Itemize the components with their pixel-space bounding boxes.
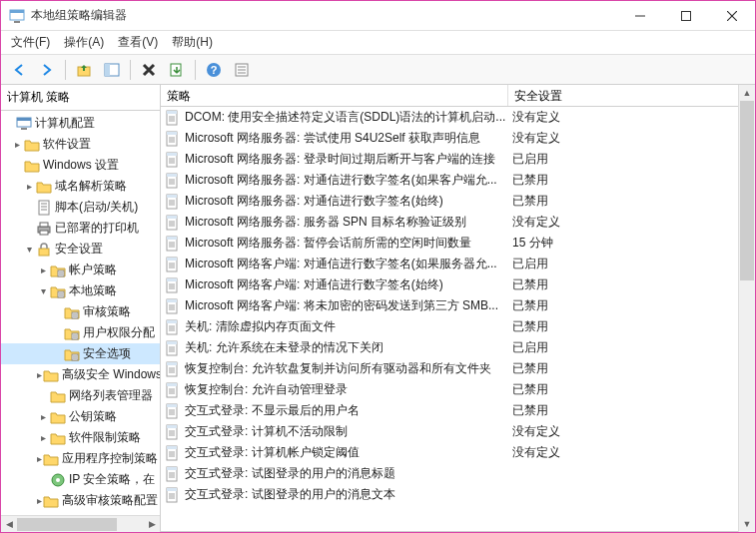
printer-icon <box>36 221 52 237</box>
tree-node[interactable]: 审核策略 <box>1 301 160 322</box>
col-setting[interactable]: 安全设置 <box>508 85 738 106</box>
tree-node[interactable]: ▸公钥策略 <box>1 406 160 427</box>
tree-twisty-icon[interactable]: ▸ <box>37 369 42 380</box>
export-button[interactable] <box>165 58 189 82</box>
menu-action[interactable]: 操作(A) <box>64 34 104 51</box>
tree-twisty-icon[interactable]: ▸ <box>37 453 42 464</box>
policy-name: Microsoft 网络服务器: 服务器 SPN 目标名称验证级别 <box>185 214 508 231</box>
policy-name: Microsoft 网络服务器: 登录时间过期后断开与客户端的连接 <box>185 151 508 168</box>
tree-node[interactable]: ▸帐户策略 <box>1 260 160 280</box>
vertical-scrollbar[interactable]: ▲ ▼ <box>738 85 755 532</box>
policy-row[interactable]: Microsoft 网络服务器: 暂停会话前所需的空闲时间数量15 分钟 <box>161 233 738 254</box>
policy-list[interactable]: DCOM: 使用安全描述符定义语言(SDDL)语法的计算机启动...没有定义Mi… <box>161 107 738 531</box>
tree-twisty-icon[interactable]: ▸ <box>37 411 49 422</box>
tree-node[interactable]: 计算机配置 <box>1 113 160 134</box>
policy-icon <box>165 215 181 231</box>
tree-node-label: 审核策略 <box>83 303 131 320</box>
tree-node[interactable]: ▾本地策略 <box>1 280 160 301</box>
policy-row[interactable]: 关机: 允许系统在未登录的情况下关闭已启用 <box>161 337 738 358</box>
policy-row[interactable]: Microsoft 网络客户端: 将未加密的密码发送到第三方 SMB...已禁用 <box>161 295 738 316</box>
tree-twisty-icon[interactable]: ▸ <box>11 139 23 150</box>
col-policy[interactable]: 策略 <box>161 85 508 106</box>
tree-twisty-icon[interactable]: ▸ <box>23 181 35 192</box>
policy-row[interactable]: 关机: 清除虚拟内存页面文件已禁用 <box>161 316 738 337</box>
minimize-button[interactable] <box>617 1 663 31</box>
policy-row[interactable]: 恢复控制台: 允许软盘复制并访问所有驱动器和所有文件夹已禁用 <box>161 358 738 379</box>
tree-node[interactable]: Windows 设置 <box>1 155 160 176</box>
policy-row[interactable]: Microsoft 网络客户端: 对通信进行数字签名(始终)已禁用 <box>161 274 738 295</box>
up-button[interactable] <box>72 58 96 82</box>
svg-rect-66 <box>167 195 177 198</box>
delete-button[interactable] <box>137 58 161 82</box>
menu-file[interactable]: 文件(F) <box>11 34 50 51</box>
back-button[interactable] <box>7 58 31 82</box>
nav-tree[interactable]: 计算机配置▸软件设置Windows 设置▸域名解析策略脚本(启动/关机)已部署的… <box>1 111 160 515</box>
properties-button[interactable] <box>230 58 254 82</box>
svg-rect-101 <box>167 341 177 344</box>
policy-row[interactable]: 交互式登录: 计算机帐户锁定阈值没有定义 <box>161 442 738 463</box>
policy-row[interactable]: Microsoft 网络客户端: 对通信进行数字签名(如果服务器允...已启用 <box>161 254 738 274</box>
folder-icon <box>24 137 40 153</box>
help-button[interactable]: ? <box>202 58 226 82</box>
show-hide-tree-button[interactable] <box>100 58 124 82</box>
policy-row[interactable]: 交互式登录: 不显示最后的用户名已禁用 <box>161 400 738 421</box>
tree-node[interactable]: ▸高级安全 Windows <box>1 364 160 385</box>
policy-icon <box>165 152 181 168</box>
policy-row[interactable]: 交互式登录: 试图登录的用户的消息文本 <box>161 484 738 505</box>
tree-twisty-icon[interactable]: ▾ <box>37 285 49 296</box>
horizontal-scrollbar[interactable]: ◀ ▶ <box>1 515 160 532</box>
lock-icon <box>36 242 52 258</box>
scroll-track[interactable] <box>17 517 144 532</box>
tree-twisty-icon[interactable]: ▸ <box>37 265 49 275</box>
tree-node[interactable]: ▸应用程序控制策略 <box>1 448 160 469</box>
scroll-thumb[interactable] <box>17 518 117 531</box>
svg-rect-86 <box>167 278 177 281</box>
policy-row[interactable]: 交互式登录: 计算机不活动限制没有定义 <box>161 421 738 442</box>
policy-row[interactable]: 交互式登录: 试图登录的用户的消息标题 <box>161 463 738 484</box>
tree-node[interactable]: ▸软件限制策略 <box>1 427 160 448</box>
policy-row[interactable]: DCOM: 使用安全描述符定义语言(SDDL)语法的计算机启动...没有定义 <box>161 107 738 128</box>
tree-node-label: 软件设置 <box>43 136 91 153</box>
tree-node[interactable]: 网络列表管理器 <box>1 385 160 406</box>
svg-rect-28 <box>58 270 64 276</box>
close-button[interactable] <box>709 1 755 31</box>
right-pane-wrap: 策略 安全设置 DCOM: 使用安全描述符定义语言(SDDL)语法的计算机启动.… <box>161 85 755 532</box>
tree-node[interactable]: ▾安全设置 <box>1 239 160 260</box>
policy-row[interactable]: Microsoft 网络服务器: 对通信进行数字签名(始终)已禁用 <box>161 191 738 212</box>
tree-node[interactable]: 安全选项 <box>1 343 160 364</box>
tree-node[interactable]: 用户权限分配 <box>1 322 160 343</box>
policy-row[interactable]: Microsoft 网络服务器: 尝试使用 S4U2Self 获取声明信息没有定… <box>161 128 738 149</box>
forward-button[interactable] <box>35 58 59 82</box>
policy-row[interactable]: Microsoft 网络服务器: 服务器 SPN 目标名称验证级别没有定义 <box>161 212 738 233</box>
maximize-button[interactable] <box>663 1 709 31</box>
scroll-left-arrow[interactable]: ◀ <box>1 519 17 529</box>
svg-rect-136 <box>167 488 177 491</box>
policy-row[interactable]: Microsoft 网络服务器: 对通信进行数字签名(如果客户端允...已禁用 <box>161 170 738 191</box>
tree-node[interactable]: 已部署的打印机 <box>1 218 160 239</box>
tree-twisty-icon[interactable]: ▸ <box>37 432 49 443</box>
scroll-right-arrow[interactable]: ▶ <box>144 519 160 529</box>
svg-text:?: ? <box>211 64 218 76</box>
right-pane: 策略 安全设置 DCOM: 使用安全描述符定义语言(SDDL)语法的计算机启动.… <box>161 85 738 532</box>
scroll-up-arrow[interactable]: ▲ <box>739 85 755 101</box>
tree-node[interactable]: 脚本(启动/关机) <box>1 197 160 218</box>
tree-node[interactable]: ▸高级审核策略配置 <box>1 490 160 511</box>
policy-value: 已启用 <box>508 151 738 168</box>
policy-name: Microsoft 网络客户端: 将未加密的密码发送到第三方 SMB... <box>185 297 508 314</box>
scroll-down-arrow[interactable]: ▼ <box>739 516 755 532</box>
policy-row[interactable]: 恢复控制台: 允许自动管理登录已禁用 <box>161 379 738 400</box>
tree-twisty-icon[interactable]: ▸ <box>37 495 42 506</box>
svg-rect-91 <box>167 299 177 302</box>
policy-name: Microsoft 网络服务器: 对通信进行数字签名(如果客户端允... <box>185 172 508 189</box>
menu-view[interactable]: 查看(V) <box>118 34 158 51</box>
policy-row[interactable]: Microsoft 网络服务器: 登录时间过期后断开与客户端的连接已启用 <box>161 149 738 170</box>
policy-icon <box>165 487 181 503</box>
tree-twisty-icon[interactable]: ▾ <box>23 244 35 255</box>
policy-value: 已禁用 <box>508 402 738 419</box>
svg-rect-26 <box>40 231 48 235</box>
menu-help[interactable]: 帮助(H) <box>172 34 213 51</box>
scroll-thumb[interactable] <box>740 101 754 280</box>
tree-node[interactable]: ▸软件设置 <box>1 134 160 155</box>
tree-node[interactable]: IP 安全策略，在 <box>1 469 160 490</box>
tree-node[interactable]: ▸域名解析策略 <box>1 176 160 197</box>
